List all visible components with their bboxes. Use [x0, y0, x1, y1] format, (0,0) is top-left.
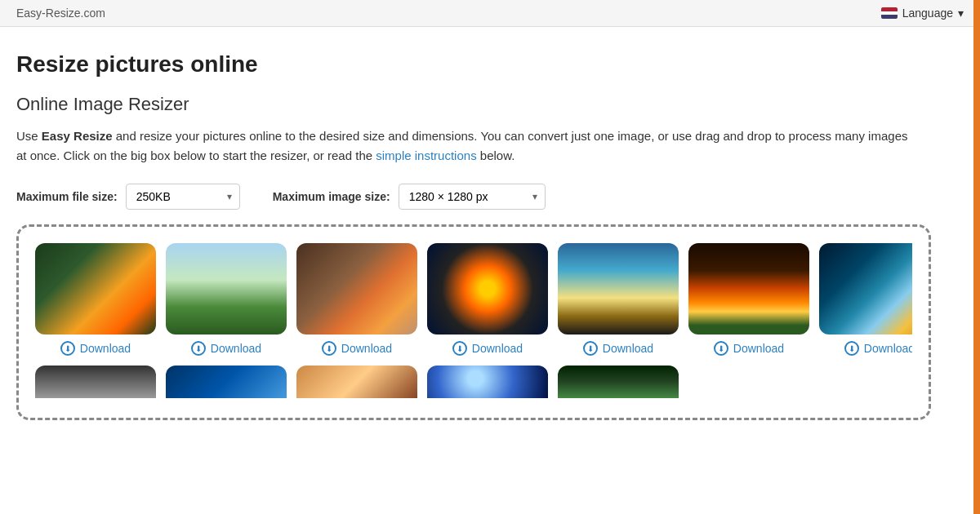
- image-thumb: [296, 366, 417, 398]
- language-selector[interactable]: Language ▾: [881, 7, 964, 20]
- language-label: Language: [902, 7, 953, 20]
- image-thumb: [558, 366, 679, 398]
- download-label: Download: [211, 342, 261, 355]
- download-label: Download: [733, 342, 784, 355]
- image-thumb: [688, 243, 809, 335]
- list-item: [35, 366, 156, 398]
- image-size-select-wrapper: 640 × 640 px 800 × 800 px 1024 × 1024 px…: [399, 184, 546, 210]
- list-item: ⬇ Download: [427, 243, 548, 356]
- main-content: Resize pictures online Online Image Resi…: [0, 27, 947, 436]
- brand-name: Easy Resize: [42, 129, 113, 143]
- file-size-control: Maximum file size: 100KB 250KB 500KB 1MB…: [16, 184, 240, 210]
- download-icon: ⬇: [714, 341, 728, 356]
- simple-instructions-link[interactable]: simple instructions: [376, 148, 476, 162]
- download-label: Download: [603, 342, 653, 355]
- file-size-select[interactable]: 100KB 250KB 500KB 1MB 2MB 5MB: [126, 184, 240, 210]
- controls-row: Maximum file size: 100KB 250KB 500KB 1MB…: [16, 184, 931, 210]
- description-prefix: Use: [16, 129, 42, 143]
- image-thumb: [166, 243, 287, 335]
- list-item: ⬇ Download: [819, 243, 912, 356]
- download-button[interactable]: ⬇ Download: [583, 341, 653, 356]
- image-size-control: Maximum image size: 640 × 640 px 800 × 8…: [273, 184, 546, 210]
- download-icon: ⬇: [322, 341, 336, 356]
- download-icon: ⬇: [191, 341, 206, 356]
- download-icon: ⬇: [60, 341, 75, 356]
- drop-zone[interactable]: ⬇ Download ⬇ Download ⬇ Download: [16, 224, 931, 420]
- image-thumb: [558, 243, 679, 335]
- description-suffix: below.: [477, 148, 515, 162]
- image-thumb: [35, 366, 156, 398]
- download-button[interactable]: ⬇ Download: [844, 341, 912, 356]
- language-chevron-icon: ▾: [958, 7, 964, 20]
- flag-icon: [881, 7, 898, 19]
- download-icon: ⬇: [583, 341, 598, 356]
- list-item: ⬇ Download: [558, 243, 679, 356]
- download-label: Download: [341, 342, 392, 355]
- header: Easy-Resize.com Language ▾: [0, 0, 980, 27]
- download-button[interactable]: ⬇ Download: [191, 341, 261, 356]
- image-thumb: [35, 243, 156, 335]
- download-button[interactable]: ⬇ Download: [322, 341, 392, 356]
- list-item: [296, 366, 417, 398]
- page-title: Resize pictures online: [16, 51, 931, 78]
- section-title: Online Image Resizer: [16, 94, 931, 115]
- image-thumb: [427, 243, 548, 335]
- image-size-label: Maximum image size:: [273, 190, 390, 203]
- download-label: Download: [864, 342, 912, 355]
- file-size-label: Maximum file size:: [16, 190, 118, 203]
- image-thumb: [166, 366, 287, 398]
- download-label: Download: [472, 342, 523, 355]
- list-item: ⬇ Download: [35, 243, 156, 356]
- list-item: [558, 366, 679, 398]
- download-button[interactable]: ⬇ Download: [60, 341, 131, 356]
- description-text: Use Easy Resize and resize your pictures…: [16, 126, 915, 166]
- file-size-select-wrapper: 100KB 250KB 500KB 1MB 2MB 5MB: [126, 184, 240, 210]
- image-size-select[interactable]: 640 × 640 px 800 × 800 px 1024 × 1024 px…: [399, 184, 546, 210]
- image-thumb: [427, 366, 548, 398]
- image-thumb: [296, 243, 417, 335]
- download-button[interactable]: ⬇ Download: [714, 341, 784, 356]
- download-button[interactable]: ⬇ Download: [452, 341, 523, 356]
- image-thumb: [819, 243, 912, 335]
- list-item: ⬇ Download: [296, 243, 417, 356]
- list-item: ⬇ Download: [166, 243, 287, 356]
- download-icon: ⬇: [452, 341, 467, 356]
- download-icon: ⬇: [844, 341, 859, 356]
- bottom-image-row: [35, 366, 912, 398]
- list-item: [166, 366, 287, 398]
- list-item: ⬇ Download: [688, 243, 809, 356]
- list-item: [427, 366, 548, 398]
- orange-accent-bar: [973, 0, 980, 436]
- image-grid: ⬇ Download ⬇ Download ⬇ Download: [35, 243, 912, 356]
- site-logo: Easy-Resize.com: [16, 7, 105, 20]
- download-label: Download: [80, 342, 131, 355]
